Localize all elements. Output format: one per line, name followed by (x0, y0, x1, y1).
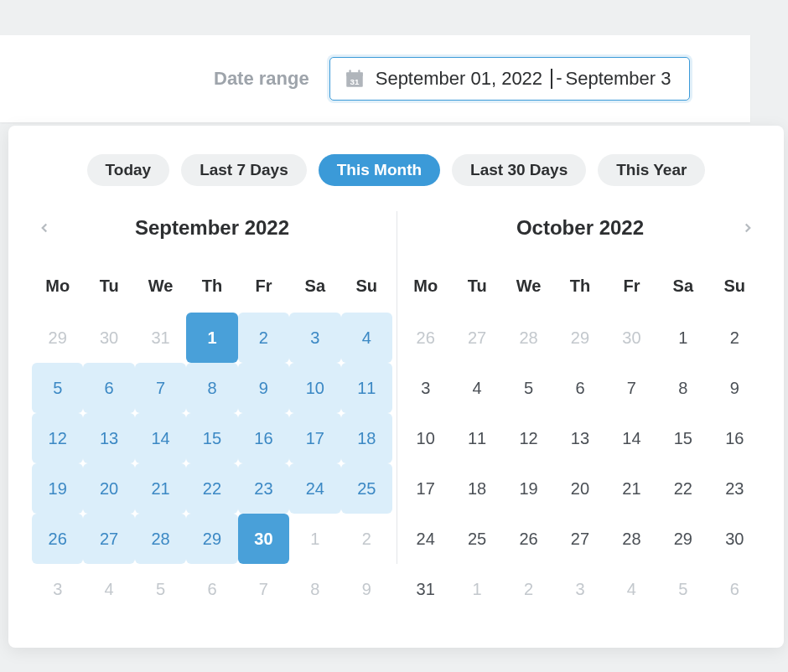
day-cell[interactable]: 16 (238, 413, 289, 463)
preset-today[interactable]: Today (87, 154, 170, 186)
day-cell[interactable]: 21 (606, 463, 657, 514)
day-cell[interactable]: 7 (606, 363, 657, 413)
day-cell[interactable]: 2 (341, 514, 392, 564)
day-cell[interactable]: 6 (709, 564, 760, 614)
svg-rect-2 (349, 70, 350, 74)
day-cell[interactable]: 1 (657, 313, 708, 363)
day-cell[interactable]: 18 (451, 463, 502, 514)
day-cell[interactable]: 3 (554, 564, 605, 614)
day-cell[interactable]: 23 (709, 463, 760, 514)
day-cell[interactable]: 5 (503, 363, 554, 413)
day-cell[interactable]: 28 (135, 514, 186, 564)
day-cell[interactable]: 8 (657, 363, 708, 413)
day-cell[interactable]: 9 (341, 564, 392, 614)
day-cell[interactable]: 16 (709, 413, 760, 463)
day-cell[interactable]: 4 (606, 564, 657, 614)
day-cell[interactable]: 29 (554, 313, 605, 363)
day-cell[interactable]: 12 (32, 413, 83, 463)
prev-month-button[interactable] (32, 212, 57, 244)
day-cell[interactable]: 25 (341, 463, 392, 514)
weekday-header: We (503, 270, 554, 313)
date-range-start: September 01, 2022 (376, 68, 542, 89)
day-cell[interactable]: 2 (238, 313, 289, 363)
day-cell[interactable]: 13 (554, 413, 605, 463)
day-cell[interactable]: 24 (289, 463, 340, 514)
day-cell[interactable]: 14 (606, 413, 657, 463)
day-cell[interactable]: 4 (83, 564, 134, 614)
weekday-header: Mo (400, 270, 451, 313)
day-cell[interactable]: 2 (709, 313, 760, 363)
day-cell[interactable]: 19 (503, 463, 554, 514)
day-cell[interactable]: 29 (657, 514, 708, 564)
preset-last-30-days[interactable]: Last 30 Days (452, 154, 586, 186)
day-cell[interactable]: 1 (186, 313, 237, 363)
day-cell[interactable]: 15 (657, 413, 708, 463)
day-cell[interactable]: 8 (289, 564, 340, 614)
day-cell[interactable]: 9 (709, 363, 760, 413)
day-cell[interactable]: 31 (135, 313, 186, 363)
day-cell[interactable]: 11 (451, 413, 502, 463)
day-cell[interactable]: 6 (554, 363, 605, 413)
day-cell[interactable]: 19 (32, 463, 83, 514)
day-cell[interactable]: 26 (503, 514, 554, 564)
day-cell[interactable]: 18 (341, 413, 392, 463)
day-cell[interactable]: 6 (186, 564, 237, 614)
preset-this-month[interactable]: This Month (319, 154, 440, 186)
day-cell[interactable]: 10 (400, 413, 451, 463)
day-cell[interactable]: 12 (503, 413, 554, 463)
day-cell[interactable]: 29 (32, 313, 83, 363)
day-cell[interactable]: 11 (341, 363, 392, 413)
day-cell[interactable]: 3 (32, 564, 83, 614)
next-month-button[interactable] (735, 212, 760, 244)
day-cell[interactable]: 1 (451, 564, 502, 614)
day-cell[interactable]: 1 (289, 514, 340, 564)
day-cell[interactable]: 22 (657, 463, 708, 514)
day-cell[interactable]: 24 (400, 514, 451, 564)
date-range-label: Date range (214, 68, 309, 90)
day-cell[interactable]: 8 (186, 363, 237, 413)
day-cell[interactable]: 5 (32, 363, 83, 413)
day-cell[interactable]: 9 (238, 363, 289, 413)
day-cell[interactable]: 7 (135, 363, 186, 413)
day-cell[interactable]: 2 (503, 564, 554, 614)
day-cell[interactable]: 15 (186, 413, 237, 463)
day-cell[interactable]: 20 (83, 463, 134, 514)
day-cell[interactable]: 26 (32, 514, 83, 564)
day-cell[interactable]: 30 (606, 313, 657, 363)
day-cell[interactable]: 30 (83, 313, 134, 363)
day-cell[interactable]: 17 (400, 463, 451, 514)
day-cell[interactable]: 30 (238, 514, 289, 564)
day-cell[interactable]: 31 (400, 564, 451, 614)
day-cell[interactable]: 20 (554, 463, 605, 514)
day-cell[interactable]: 27 (83, 514, 134, 564)
day-cell[interactable]: 5 (135, 564, 186, 614)
day-cell[interactable]: 21 (135, 463, 186, 514)
day-cell[interactable]: 4 (451, 363, 502, 413)
day-cell[interactable]: 27 (451, 313, 502, 363)
day-cell[interactable]: 28 (606, 514, 657, 564)
day-cell[interactable]: 22 (186, 463, 237, 514)
svg-rect-3 (358, 70, 360, 74)
day-cell[interactable]: 3 (289, 313, 340, 363)
day-cell[interactable]: 14 (135, 413, 186, 463)
day-cell[interactable]: 5 (657, 564, 708, 614)
calendar-icon: 31 (344, 68, 365, 90)
day-cell[interactable]: 29 (186, 514, 237, 564)
preset-this-year[interactable]: This Year (598, 154, 705, 186)
day-cell[interactable]: 25 (451, 514, 502, 564)
day-cell[interactable]: 4 (341, 313, 392, 363)
day-cell[interactable]: 10 (289, 363, 340, 413)
day-cell[interactable]: 26 (400, 313, 451, 363)
day-cell[interactable]: 3 (400, 363, 451, 413)
calendar-month-title: September 2022 (135, 216, 289, 240)
day-cell[interactable]: 23 (238, 463, 289, 514)
preset-last-7-days[interactable]: Last 7 Days (181, 154, 307, 186)
day-cell[interactable]: 28 (503, 313, 554, 363)
day-cell[interactable]: 17 (289, 413, 340, 463)
day-cell[interactable]: 30 (709, 514, 760, 564)
day-cell[interactable]: 27 (554, 514, 605, 564)
day-cell[interactable]: 7 (238, 564, 289, 614)
day-cell[interactable]: 13 (83, 413, 134, 463)
day-cell[interactable]: 6 (83, 363, 134, 413)
date-range-input[interactable]: 31 September 01, 2022 -September 3 (329, 57, 690, 101)
